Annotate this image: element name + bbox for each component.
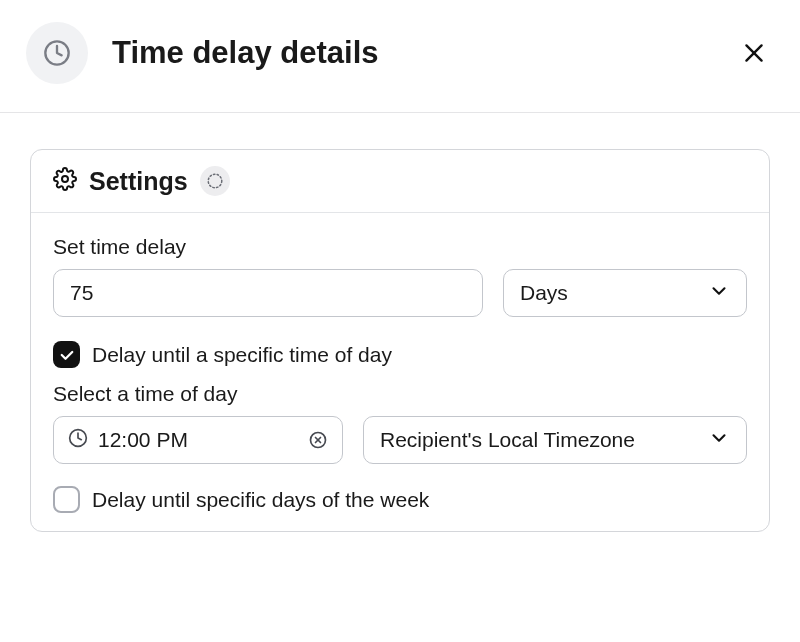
settings-card: Settings Set time delay Days: [30, 149, 770, 532]
select-time-label: Select a time of day: [53, 382, 747, 406]
specific-days-checkbox[interactable]: [53, 486, 80, 513]
delay-row: Days: [53, 269, 747, 317]
chevron-down-icon: [708, 427, 730, 453]
settings-card-body: Set time delay Days: [31, 213, 769, 531]
dialog-body: Settings Set time delay Days: [0, 113, 800, 532]
chevron-down-icon: [708, 280, 730, 306]
timezone-select[interactable]: Recipient's Local Timezone: [363, 416, 747, 464]
timezone-value: Recipient's Local Timezone: [380, 428, 635, 452]
help-button[interactable]: [200, 166, 230, 196]
delay-amount-input[interactable]: [53, 269, 483, 317]
dialog-title: Time delay details: [112, 35, 738, 71]
specific-time-checkbox[interactable]: [53, 341, 80, 368]
svg-point-4: [208, 174, 222, 188]
close-icon: [741, 40, 767, 66]
clock-small-icon: [68, 428, 88, 452]
svg-point-3: [62, 176, 68, 182]
dialog-header: Time delay details: [0, 0, 800, 113]
specific-time-checkbox-label: Delay until a specific time of day: [92, 343, 392, 367]
specific-days-checkbox-label: Delay until specific days of the week: [92, 488, 429, 512]
set-delay-label: Set time delay: [53, 235, 747, 259]
close-button[interactable]: [738, 37, 770, 69]
clock-icon: [26, 22, 88, 84]
settings-card-title: Settings: [89, 167, 188, 196]
delay-unit-value: Days: [520, 281, 568, 305]
specific-days-checkbox-row: Delay until specific days of the week: [53, 486, 747, 513]
time-value: 12:00 PM: [98, 428, 298, 452]
clear-icon: [308, 430, 328, 450]
help-icon: [206, 172, 224, 190]
time-of-day-input[interactable]: 12:00 PM: [53, 416, 343, 464]
specific-time-checkbox-row: Delay until a specific time of day: [53, 341, 747, 368]
clear-time-button[interactable]: [308, 430, 328, 450]
time-row: 12:00 PM Recipient's Local Timezone: [53, 416, 747, 464]
checkmark-icon: [58, 346, 76, 364]
gear-icon: [53, 167, 77, 195]
settings-card-header: Settings: [31, 150, 769, 213]
delay-unit-select[interactable]: Days: [503, 269, 747, 317]
